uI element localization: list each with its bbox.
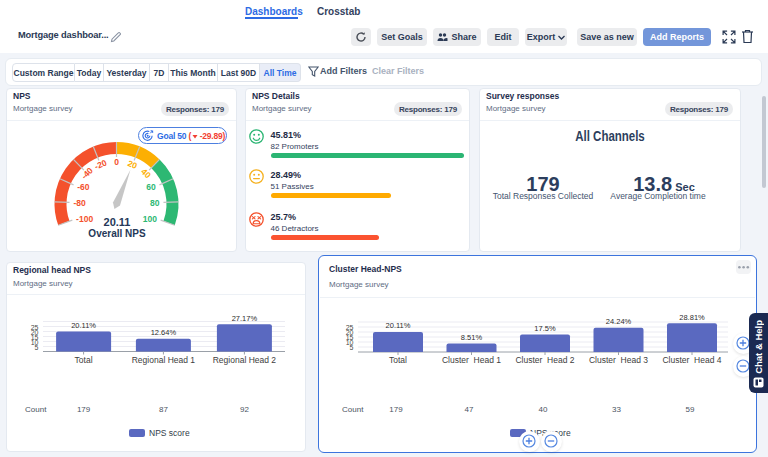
svg-text:Total: Total — [389, 355, 407, 365]
svg-text:25: 25 — [31, 324, 39, 331]
svg-text:28.81%: 28.81% — [679, 313, 705, 322]
svg-text:8.51%: 8.51% — [461, 333, 483, 342]
svg-text:12.64%: 12.64% — [151, 328, 177, 337]
svg-text:Cluster Head 2: Cluster Head 2 — [515, 355, 574, 365]
svg-text:24.24%: 24.24% — [606, 317, 632, 326]
svg-text:17.5%: 17.5% — [534, 324, 556, 333]
svg-text:27.17%: 27.17% — [232, 314, 258, 323]
svg-text:20.11%: 20.11% — [386, 321, 411, 330]
svg-text:25: 25 — [346, 324, 354, 331]
svg-text:20.11%: 20.11% — [71, 321, 96, 330]
svg-text:Regional Head 2: Regional Head 2 — [213, 355, 277, 365]
svg-text:Cluster Head 3: Cluster Head 3 — [589, 355, 648, 365]
svg-text:Cluster Head 1: Cluster Head 1 — [442, 355, 501, 365]
svg-text:Regional Head 1: Regional Head 1 — [132, 355, 196, 365]
svg-text:Cluster Head 4: Cluster Head 4 — [662, 355, 721, 365]
svg-text:Total: Total — [75, 355, 93, 365]
